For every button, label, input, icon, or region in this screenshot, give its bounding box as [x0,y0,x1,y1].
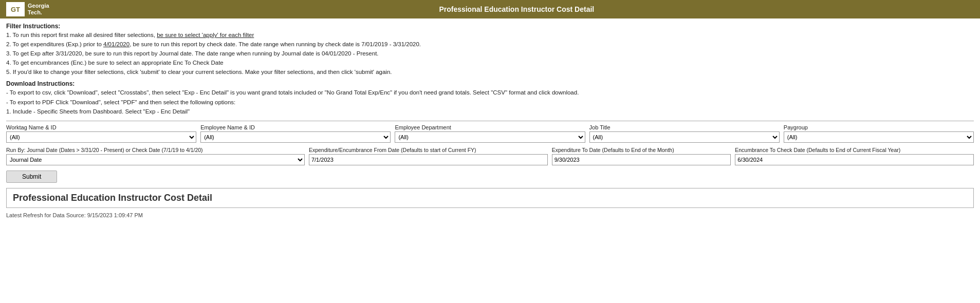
filter-instruction-4: 4. To get encumbrances (Enc.) be sure to… [6,59,974,67]
run-by-label: Run By: Journal Date (Dates > 3/31/20 - … [6,147,305,154]
main-content: Filter Instructions: 1. To run this repo… [0,18,980,224]
filter-instructions-title: Filter Instructions: [6,23,974,30]
employee-select[interactable]: (All) [200,131,391,143]
filter-instruction-2-date: 4/01/2020 [103,41,130,47]
app-header: GT Georgia Tech. Professional Education … [0,0,980,18]
logo-name-line2: Tech. [28,9,49,16]
report-title: Professional Education Instructor Cost D… [13,193,212,203]
paygroup-filter-group: Paygroup (All) [784,124,974,143]
department-label: Employee Department [395,124,585,130]
filter-instruction-5: 5. If you'd like to change your filter s… [6,68,974,76]
download-instruction-3: 1. Include - Specific Sheets from Dashbo… [6,107,974,116]
filter-instruction-3: 3. To get Exp after 3/31/2020, be sure t… [6,49,974,58]
exp-to-input[interactable] [552,154,731,165]
employee-filter-group: Employee Name & ID (All) [200,124,391,143]
exp-to-group: Expenditure To Date (Defaults to End of … [552,147,731,166]
download-instructions-title: Download Instructions: [6,80,974,87]
download-instructions: Download Instructions: - To export to cs… [6,80,974,115]
enc-to-label: Encumbrance To Check Date (Defaults to E… [735,147,974,154]
header-title: Professional Education Instructor Cost D… [60,5,974,13]
filter-instruction-1: 1. To run this report first make all des… [6,31,974,39]
filter-instructions-list: 1. To run this report first make all des… [6,31,974,76]
exp-from-input[interactable] [309,154,548,165]
job-title-select[interactable]: (All) [589,131,780,143]
submit-button[interactable]: Submit [6,171,57,183]
worktag-select[interactable]: (All) [6,131,196,143]
paygroup-select[interactable]: (All) [784,131,974,143]
logo-text: Georgia Tech. [28,3,49,16]
download-instruction-2: - To export to PDF Click "Download", sel… [6,98,974,106]
department-select[interactable]: (All) [395,131,585,143]
worktag-filter-group: Worktag Name & ID (All) [6,124,196,143]
enc-to-input[interactable] [735,154,974,165]
filter-row: Worktag Name & ID (All) Employee Name & … [6,121,974,143]
exp-from-label: Expenditure/Encumbrance From Date (Defau… [309,147,548,154]
logo-initials: GT [11,6,20,13]
job-title-filter-group: Job Title (All) [589,124,780,143]
report-title-box: Professional Education Instructor Cost D… [6,188,974,208]
enc-to-group: Encumbrance To Check Date (Defaults to E… [735,147,974,166]
run-by-select[interactable]: Journal Date Check Date [6,154,305,165]
submit-row: Submit [6,171,974,183]
filter-instruction-1-underline: be sure to select 'apply' for each filte… [157,32,254,38]
filter-instruction-2: 2. To get expenditures (Exp.) prior to 4… [6,40,974,48]
run-by-group: Run By: Journal Date (Dates > 3/31/20 - … [6,147,305,166]
refresh-line: Latest Refresh for Data Source: 9/15/202… [6,212,974,218]
exp-to-label: Expenditure To Date (Defaults to End of … [552,147,731,154]
date-row: Run By: Journal Date (Dates > 3/31/20 - … [6,147,974,166]
filter-instructions: Filter Instructions: 1. To run this repo… [6,23,974,76]
worktag-label: Worktag Name & ID [6,124,196,130]
logo-name-line1: Georgia [28,3,49,9]
logo: GT Georgia Tech. [6,2,49,16]
exp-from-group: Expenditure/Encumbrance From Date (Defau… [309,147,548,166]
download-instruction-1: - To export to csv, click "Download", se… [6,88,974,97]
download-instructions-list: - To export to csv, click "Download", se… [6,88,974,115]
department-filter-group: Employee Department (All) [395,124,585,143]
employee-label: Employee Name & ID [200,124,391,130]
job-title-label: Job Title [589,124,780,130]
paygroup-label: Paygroup [784,124,974,130]
logo-box: GT [6,2,25,16]
